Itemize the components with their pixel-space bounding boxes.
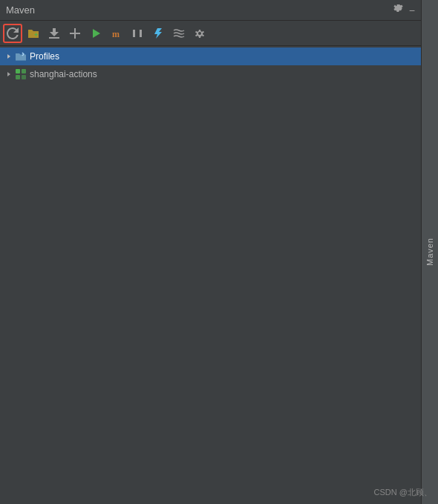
download-button[interactable] — [45, 24, 64, 43]
panel-header: Maven − — [0, 0, 421, 21]
tree-item-profiles[interactable]: Profiles — [0, 48, 421, 65]
svg-text:+: + — [34, 31, 38, 39]
execute-goal-button[interactable]: m — [107, 24, 126, 43]
svg-rect-8 — [22, 75, 26, 79]
tree-container: Profiles shanghai-actions — [0, 46, 421, 504]
run-button[interactable] — [86, 24, 105, 43]
svg-text:m: m — [112, 29, 120, 39]
refresh-button[interactable] — [3, 24, 22, 43]
toolbar: + m — [0, 21, 421, 46]
skip-tests-button[interactable] — [128, 24, 147, 43]
panel-title: Maven — [6, 4, 35, 16]
svg-rect-1 — [49, 37, 59, 39]
maven-panel: Maven − + — [0, 0, 421, 504]
create-goal-button[interactable] — [65, 24, 85, 43]
side-tab-label: Maven — [425, 238, 434, 266]
show-dependencies-button[interactable] — [169, 24, 189, 43]
open-settings-button[interactable] — [190, 24, 209, 43]
svg-rect-7 — [16, 75, 20, 79]
gear-icon[interactable] — [393, 4, 403, 16]
svg-rect-4 — [140, 30, 142, 37]
minimize-icon[interactable]: − — [409, 5, 415, 16]
add-folder-button[interactable]: + — [24, 24, 43, 43]
svg-rect-6 — [22, 69, 26, 73]
profiles-icon — [15, 50, 27, 62]
side-tab-maven[interactable]: Maven — [421, 0, 438, 504]
chevron-profiles — [3, 50, 15, 62]
tree-item-shanghai[interactable]: shanghai-actions — [0, 65, 421, 83]
work-offline-button[interactable] — [148, 24, 168, 43]
shanghai-icon — [15, 68, 27, 80]
profiles-label: Profiles — [30, 51, 59, 62]
watermark: CSDN @北顾、 — [374, 487, 432, 498]
chevron-shanghai — [3, 68, 15, 80]
svg-rect-5 — [16, 69, 20, 73]
svg-rect-3 — [133, 30, 135, 37]
shanghai-label: shanghai-actions — [30, 69, 97, 79]
header-actions: − — [393, 4, 415, 16]
